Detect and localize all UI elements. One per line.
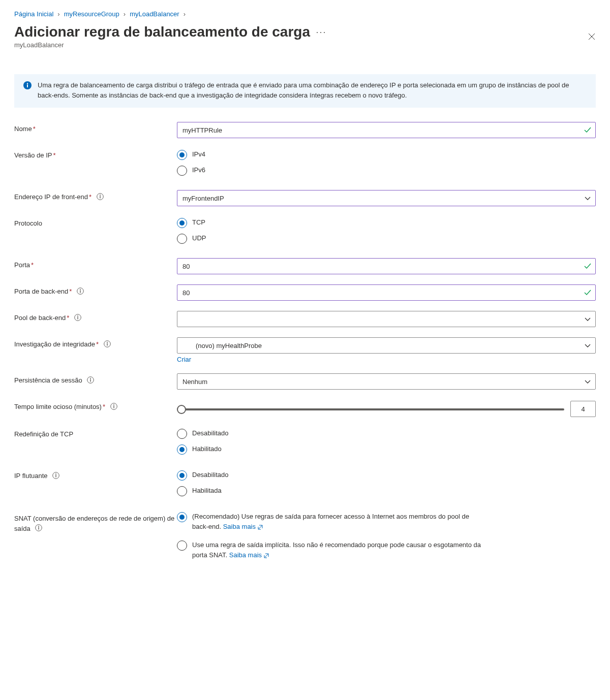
close-icon[interactable] <box>588 33 596 41</box>
frontend-select[interactable]: myFrontendIP <box>177 190 596 206</box>
svg-point-4 <box>100 195 101 196</box>
port-label: Porta* <box>14 258 177 269</box>
idle-slider[interactable] <box>177 404 564 414</box>
session-label: Persistência de sessão <box>14 373 177 385</box>
name-label: Nome* <box>14 122 177 133</box>
page-subtitle: myLoadBalancer <box>14 41 327 49</box>
backendport-input[interactable]: 80 <box>177 284 596 301</box>
snat-learn-more-link-1[interactable]: Saiba mais <box>229 551 269 559</box>
breadcrumb: Página Inicial › myResourceGroup › myLoa… <box>14 10 596 18</box>
backendpool-label: Pool de back-end* <box>14 311 177 323</box>
check-icon <box>584 262 592 270</box>
external-link-icon <box>263 553 269 559</box>
floatingip-disabled-radio[interactable]: Desabilitado <box>177 470 596 481</box>
svg-point-1 <box>27 83 28 84</box>
external-link-icon <box>257 524 263 530</box>
help-icon[interactable] <box>87 376 94 384</box>
svg-rect-23 <box>55 475 56 478</box>
svg-rect-17 <box>90 379 91 382</box>
svg-point-16 <box>90 378 91 379</box>
protocol-udp-radio[interactable]: UDP <box>177 233 596 244</box>
backendpool-select[interactable] <box>177 311 596 327</box>
svg-point-19 <box>113 404 114 405</box>
slider-thumb-icon[interactable] <box>177 405 186 414</box>
tcpreset-disabled-radio[interactable]: Desabilitado <box>177 428 596 439</box>
frontend-label: Endereço IP de front-end* <box>14 190 177 202</box>
snat-learn-more-link-0[interactable]: Saiba mais <box>223 523 263 530</box>
info-banner-text: Uma regra de balanceamento de carga dist… <box>38 80 587 101</box>
snat-label: SNAT (conversão de endereços de rede de … <box>14 511 177 534</box>
svg-rect-26 <box>39 527 39 529</box>
svg-rect-11 <box>77 317 78 320</box>
svg-point-10 <box>77 315 78 316</box>
svg-rect-2 <box>27 85 28 88</box>
ipversion-ipv6-radio[interactable]: IPv6 <box>177 165 596 176</box>
help-icon[interactable] <box>110 403 117 410</box>
check-icon <box>584 289 592 297</box>
help-icon[interactable] <box>74 314 81 321</box>
help-icon[interactable] <box>77 288 84 295</box>
floatingip-label: IP flutuante <box>14 469 177 481</box>
chevron-right-icon: › <box>184 10 186 18</box>
help-icon[interactable] <box>104 340 111 347</box>
session-select[interactable]: Nenhum <box>177 373 596 390</box>
svg-point-13 <box>107 342 108 343</box>
svg-point-25 <box>39 526 40 527</box>
floatingip-enabled-radio[interactable]: Habilitada <box>177 486 596 496</box>
chevron-right-icon: › <box>57 10 59 18</box>
port-input[interactable]: 80 <box>177 258 596 274</box>
tcpreset-label: Redefinição de TCP <box>14 427 177 438</box>
snat-recommended-radio[interactable]: (Recomendado) Use regras de saída para f… <box>177 512 596 532</box>
chevron-right-icon: › <box>124 10 126 18</box>
help-icon[interactable] <box>35 524 42 531</box>
info-banner: Uma regra de balanceamento de carga dist… <box>14 74 596 108</box>
check-icon <box>584 126 592 134</box>
page-title: Adicionar regra de balanceamento de carg… <box>14 24 310 40</box>
backendport-label: Porta de back-end* <box>14 284 177 296</box>
idle-value-input[interactable]: 4 <box>570 401 596 417</box>
ipversion-ipv4-radio[interactable]: IPv4 <box>177 149 596 160</box>
breadcrumb-load-balancer[interactable]: myLoadBalancer <box>130 10 179 18</box>
ipversion-label: Versão de IP* <box>14 148 177 159</box>
probe-label: Investigação de integridade* <box>14 337 177 349</box>
probe-select[interactable]: (novo) myHealthProbe <box>177 337 596 354</box>
protocol-tcp-radio[interactable]: TCP <box>177 217 596 228</box>
name-input[interactable]: myHTTPRule <box>177 122 596 138</box>
idle-label: Tempo limite ocioso (minutos)* <box>14 400 177 411</box>
svg-point-22 <box>55 473 56 474</box>
svg-rect-14 <box>107 343 107 346</box>
tcpreset-enabled-radio[interactable]: Habilitado <box>177 444 596 455</box>
snat-implicit-radio[interactable]: Use uma regra de saída implícita. Isso n… <box>177 540 596 560</box>
more-actions-icon[interactable]: ··· <box>316 27 327 37</box>
svg-point-7 <box>80 289 81 290</box>
svg-rect-5 <box>100 196 100 199</box>
probe-create-link[interactable]: Criar <box>177 356 596 363</box>
svg-rect-20 <box>113 406 114 408</box>
protocol-label: Protocolo <box>14 216 177 227</box>
breadcrumb-home[interactable]: Página Inicial <box>14 10 53 18</box>
svg-rect-8 <box>80 291 80 293</box>
help-icon[interactable] <box>52 472 59 479</box>
breadcrumb-resource-group[interactable]: myResourceGroup <box>64 10 119 18</box>
help-icon[interactable] <box>97 193 104 200</box>
info-icon <box>23 81 32 89</box>
